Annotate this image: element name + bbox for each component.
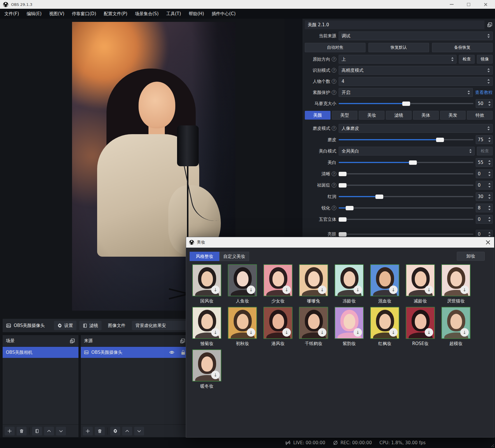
makeup-style[interactable]: 嗲嗲兔	[296, 264, 331, 304]
add-source-button[interactable]	[83, 427, 93, 435]
makeup-style[interactable]: 厌世猫妆	[438, 264, 474, 304]
makeup-style[interactable]: 港风妆	[260, 307, 296, 346]
slider-handle[interactable]	[339, 183, 347, 188]
slider-handle[interactable]	[375, 195, 383, 199]
scene-item[interactable]: OBS美颜相机	[3, 347, 78, 358]
beauty-tab[interactable]: 特效	[467, 111, 493, 120]
lock-icon[interactable]	[181, 350, 186, 355]
makeup-style-thumbnail[interactable]	[406, 307, 435, 339]
mopi-value[interactable]: 75	[476, 135, 493, 144]
download-icon[interactable]	[282, 286, 291, 294]
image-file-button[interactable]: 图像文件	[104, 321, 129, 330]
slider-handle[interactable]	[409, 160, 417, 165]
help-icon[interactable]	[332, 172, 336, 176]
move-source-down-button[interactable]	[134, 427, 144, 435]
menu-item[interactable]: 编辑(E)	[23, 9, 45, 19]
slider-handle[interactable]	[436, 138, 444, 142]
beauty-tab[interactable]: 美颜	[305, 111, 330, 120]
makeup-style-thumbnail[interactable]	[441, 264, 470, 296]
beauty-tab[interactable]: 美型	[332, 111, 358, 120]
makeup-style[interactable]: 千纸鹤妆	[296, 307, 331, 346]
makeup-protect-select[interactable]: 开启	[339, 88, 473, 97]
makeup-style[interactable]: 暖冬妆	[189, 349, 225, 389]
meibai-slider[interactable]	[339, 158, 473, 167]
makeup-style-thumbnail[interactable]	[370, 307, 399, 339]
popout-icon[interactable]	[180, 338, 186, 344]
qingxi-value[interactable]: 0	[476, 169, 493, 178]
help-icon[interactable]	[332, 206, 336, 210]
makeup-style[interactable]: 少女妆	[260, 264, 296, 304]
makeup-style[interactable]: 减龄妆	[403, 264, 438, 304]
makeup-style-thumbnail[interactable]	[406, 264, 435, 296]
help-icon[interactable]	[332, 57, 336, 62]
makeup-style-thumbnail[interactable]	[299, 307, 328, 339]
download-icon[interactable]	[211, 328, 220, 337]
beauty-tab[interactable]: 滤镜	[386, 111, 412, 120]
menu-item[interactable]: 工具(T)	[162, 9, 185, 19]
popout-icon[interactable]	[487, 22, 493, 28]
beauty-tab[interactable]: 美体	[413, 111, 439, 120]
makeup-style[interactable]: ROSE妆	[403, 307, 438, 346]
filters-button[interactable]: 滤镜	[79, 321, 102, 330]
makeup-dialog-tab[interactable]: 自定义美妆	[219, 252, 249, 261]
download-icon[interactable]	[211, 286, 220, 294]
person-count-spinner[interactable]: 4	[339, 77, 493, 86]
download-icon[interactable]	[425, 328, 433, 337]
makeup-style[interactable]: 初秋妆	[225, 307, 260, 346]
smooth-mode-select[interactable]: 人像磨皮	[339, 124, 493, 133]
download-icon[interactable]	[425, 286, 433, 294]
makeup-style-thumbnail[interactable]	[263, 307, 293, 339]
mosaic-value[interactable]: 50	[476, 99, 493, 108]
slider-handle[interactable]	[402, 102, 410, 106]
makeup-dialog-titlebar[interactable]: 美妆	[186, 237, 494, 248]
move-scene-up-button[interactable]	[44, 427, 54, 435]
remove-scene-button[interactable]	[17, 427, 27, 435]
source-properties-button[interactable]	[110, 427, 120, 435]
slider-handle[interactable]	[339, 217, 347, 222]
restore-default-button[interactable]: 恢复默认	[368, 43, 429, 52]
download-icon[interactable]	[247, 286, 255, 294]
makeup-style-thumbnail[interactable]	[192, 349, 221, 382]
ruihua-slider[interactable]	[339, 204, 473, 212]
makeup-style-thumbnail[interactable]	[192, 307, 221, 339]
makeup-style-thumbnail[interactable]	[335, 264, 364, 296]
qingxi-slider[interactable]	[339, 169, 473, 178]
close-button[interactable]	[483, 2, 487, 6]
download-icon[interactable]	[354, 328, 362, 337]
mopi-slider[interactable]	[339, 135, 473, 144]
popout-icon[interactable]	[69, 338, 75, 344]
makeup-style-thumbnail[interactable]	[228, 307, 257, 339]
source-item[interactable]: OBS美颜摄像头	[81, 347, 189, 358]
download-icon[interactable]	[247, 328, 255, 337]
makeup-style-thumbnail[interactable]	[335, 307, 364, 339]
add-scene-button[interactable]	[5, 427, 15, 435]
download-icon[interactable]	[460, 286, 469, 294]
makeup-style[interactable]: 雏菊妆	[189, 307, 225, 346]
recognition-select[interactable]: 高精度模式	[339, 66, 493, 75]
orientation-select[interactable]: 上	[339, 55, 456, 64]
mosaic-slider[interactable]	[339, 99, 473, 108]
slider-handle[interactable]	[339, 172, 347, 176]
beauty-tab[interactable]: 美妆	[359, 111, 384, 120]
meibai-value[interactable]: 55	[476, 158, 493, 167]
backup-restore-button[interactable]: 备份恢复	[432, 43, 493, 52]
dialog-close-icon[interactable]	[485, 239, 491, 246]
download-icon[interactable]	[389, 328, 398, 337]
menu-item[interactable]: 帮助(H)	[185, 9, 208, 19]
whiten-mode-select[interactable]: 全局美白	[339, 147, 475, 155]
help-icon[interactable]	[332, 126, 336, 131]
help-icon[interactable]	[332, 90, 336, 95]
slider-handle[interactable]	[339, 232, 347, 237]
download-icon[interactable]	[460, 328, 469, 337]
hongrun-slider[interactable]	[339, 192, 473, 201]
move-source-up-button[interactable]	[122, 427, 132, 435]
beauty-tab[interactable]: 美发	[440, 111, 466, 120]
menu-item[interactable]: 文件(F)	[1, 9, 23, 19]
orientation-check-button[interactable]: 检查	[459, 55, 475, 64]
makeup-style[interactable]: 混血妆	[367, 264, 403, 304]
minimize-button[interactable]	[449, 2, 454, 6]
menu-item[interactable]: 视图(V)	[46, 9, 68, 19]
makeup-style[interactable]: 红枫妆	[367, 307, 403, 346]
download-icon[interactable]	[354, 286, 362, 294]
move-scene-down-button[interactable]	[56, 427, 66, 435]
